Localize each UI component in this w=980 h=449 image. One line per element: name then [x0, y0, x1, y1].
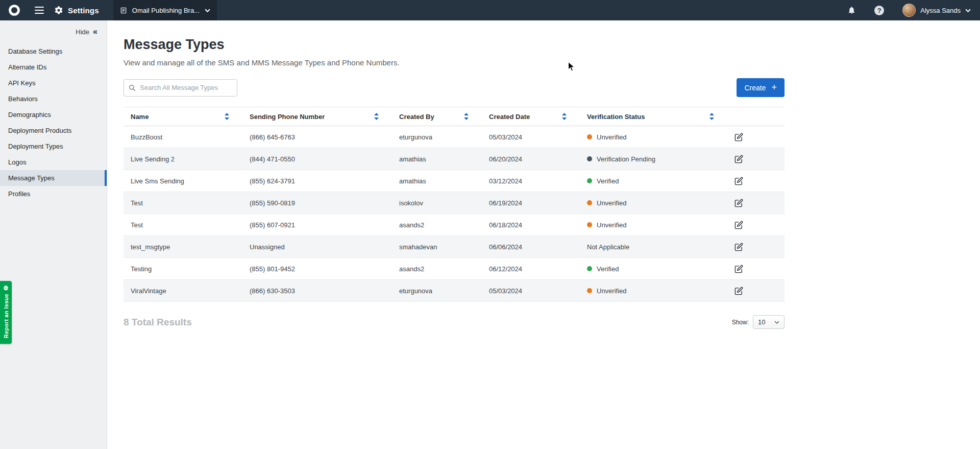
brand-icon [120, 7, 127, 14]
table-row: Test (855) 590-0819 isokolov 06/19/2024 … [124, 192, 785, 214]
help-button[interactable]: ? [874, 6, 884, 15]
edit-button[interactable] [733, 242, 744, 252]
edit-icon [734, 287, 743, 295]
edit-button[interactable] [733, 176, 744, 186]
sidebar-item-profiles[interactable]: Profiles [0, 186, 107, 202]
main-content: Message Types View and manage all of the… [107, 20, 980, 449]
edit-icon [734, 221, 743, 229]
hide-sidebar-button[interactable]: Hide « [0, 20, 107, 43]
name-cell: BuzzBoost [124, 133, 242, 141]
column-header-created-by[interactable]: Created By [392, 107, 482, 126]
chevron-down-icon [965, 9, 971, 12]
header-label: Created By [399, 113, 434, 121]
created-by-cell: eturgunova [392, 133, 482, 141]
created-by-cell: smahadevan [392, 243, 482, 251]
edit-button[interactable] [733, 286, 744, 296]
created-by-cell: asands2 [392, 221, 482, 229]
table-footer: 8 Total Results Show: 10 [124, 315, 785, 329]
verification-status-cell: Unverified [580, 199, 727, 207]
name-cell: Test [124, 199, 242, 207]
sidebar-item-demographics[interactable]: Demographics [0, 107, 107, 123]
name-cell: Live Sms Sending [124, 177, 242, 185]
verification-status-cell: Verified [580, 177, 727, 185]
created-by-cell: amathias [392, 177, 482, 185]
sort-icon [709, 113, 714, 120]
search-input[interactable] [124, 79, 237, 97]
table-row: Live Sending 2 (844) 471-0550 amathias 0… [124, 148, 785, 170]
status-label: Verified [597, 265, 619, 273]
actions-cell [727, 154, 785, 164]
create-button[interactable]: Create + [737, 78, 785, 97]
menu-button[interactable] [29, 0, 50, 20]
header-label: Name [131, 113, 149, 121]
report-issue-label: Report an Issue [3, 294, 9, 338]
created-date-cell: 05/03/2024 [482, 287, 580, 295]
status-dot [587, 266, 592, 271]
column-header-sending-phone-number[interactable]: Sending Phone Number [242, 107, 392, 126]
results-count: 8 Total Results [124, 317, 192, 328]
column-header-created-date[interactable]: Created Date [482, 107, 580, 126]
collapse-icon: « [93, 28, 97, 36]
column-header-verification-status[interactable]: Verification Status [580, 107, 727, 126]
settings-label: Settings [68, 6, 99, 15]
name-cell: ViralVintage [124, 287, 242, 295]
brand-selector[interactable]: Omail Publishing Bra... [113, 0, 217, 20]
sidebar-item-label: Deployment Types [8, 143, 63, 150]
name-cell: Testing [124, 265, 242, 273]
phone-cell: (855) 590-0819 [242, 199, 392, 207]
actions-cell [727, 286, 785, 296]
sidebar-item-message-types[interactable]: Message Types [0, 170, 107, 186]
phone-cell: Unassigned [242, 243, 392, 251]
sidebar-item-deployment-products[interactable]: Deployment Products [0, 123, 107, 138]
sidebar-item-api-keys[interactable]: API Keys [0, 75, 107, 91]
actions-cell [727, 132, 785, 143]
column-header-name[interactable]: Name [124, 107, 242, 126]
actions-cell [727, 264, 785, 274]
show-group: Show: 10 [732, 315, 785, 329]
edit-icon [734, 199, 743, 207]
sidebar-item-logos[interactable]: Logos [0, 154, 107, 170]
edit-button[interactable] [733, 198, 744, 208]
app-logo[interactable] [0, 0, 29, 20]
actions-cell [727, 220, 785, 230]
edit-button[interactable] [733, 264, 744, 274]
message-types-table: Name Sending Phone Number Created By Cre… [124, 107, 785, 302]
edit-button[interactable] [733, 132, 744, 143]
table-row: Live Sms Sending (855) 624-3791 amathias… [124, 170, 785, 192]
user-menu[interactable]: Alyssa Sands [902, 4, 971, 17]
sidebar-item-label: Deployment Products [8, 127, 71, 134]
sidebar-item-database-settings[interactable]: Database Settings [0, 43, 107, 59]
edit-button[interactable] [733, 220, 744, 230]
search-wrap [124, 79, 237, 97]
edit-button[interactable] [733, 154, 744, 164]
sidebar-item-label: Message Types [8, 174, 55, 182]
hamburger-icon [35, 10, 44, 11]
table-row: ViralVintage (866) 630-3503 eturgunova 0… [124, 280, 785, 302]
page-title: Message Types [124, 37, 980, 53]
sidebar-item-label: Demographics [8, 111, 51, 119]
topbar: Settings Omail Publishing Bra... ? Alyss… [0, 0, 980, 20]
sidebar-item-alternate-ids[interactable]: Alternate IDs [0, 59, 107, 75]
status-label: Unverified [597, 221, 627, 229]
created-date-cell: 06/19/2024 [482, 199, 580, 207]
settings-menu[interactable]: Settings [54, 6, 99, 15]
sort-icon [562, 113, 567, 120]
topbar-right: ? Alyssa Sands [847, 4, 980, 17]
notifications-button[interactable] [847, 6, 856, 15]
sort-icon [464, 113, 469, 120]
sidebar-item-label: Alternate IDs [8, 63, 46, 71]
brand-label: Omail Publishing Bra... [132, 7, 200, 14]
chevron-down-icon [205, 9, 210, 12]
table-row: Test (855) 607-0921 asands2 06/18/2024 U… [124, 214, 785, 236]
name-cell: test_msgtype [124, 243, 242, 251]
report-issue-tab[interactable]: Report an Issue [0, 281, 12, 344]
actions-cell [727, 242, 785, 252]
sidebar-item-label: Profiles [8, 190, 30, 198]
status-label: Verified [597, 177, 619, 185]
sidebar-item-deployment-types[interactable]: Deployment Types [0, 138, 107, 154]
phone-cell: (844) 471-0550 [242, 155, 392, 163]
plus-icon: + [771, 83, 777, 92]
page-size-select[interactable]: 10 [753, 315, 785, 329]
status-dot [587, 134, 592, 139]
sidebar-item-behaviors[interactable]: Behaviors [0, 91, 107, 107]
